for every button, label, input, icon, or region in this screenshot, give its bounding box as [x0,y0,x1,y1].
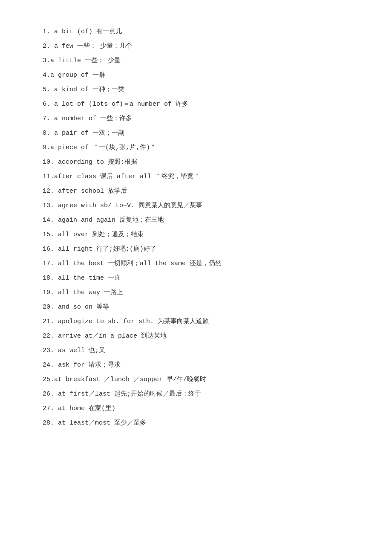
list-item: 14. again and again 反复地；在三地 [43,214,358,227]
list-item: 7. a number of 一些；许多 [43,113,358,125]
list-item: 12. after school 放学后 [43,185,358,198]
list-item: 24. ask for 请求；寻求 [43,359,358,372]
list-item: 21. apologize to sb. for sth. 为某事向某人道歉 [43,315,358,328]
list-item: 27. at home 在家(里) [43,402,358,415]
list-item: 15. all over 到处；遍及；结束 [43,228,358,241]
list-item: 13. agree with sb/ to+V. 同意某人的意见／某事 [43,199,358,212]
list-item: 17. all the best 一切顺利；all the same 还是，仍然 [43,257,358,270]
list-item: 9.a piece of ＂一(块,张,片,件)＂ [43,142,358,154]
list-item: 25.at breakfast ／lunch ／supper 早/午/晚餐时 [43,373,358,386]
list-item: 5. a kind of 一种；一类 [43,84,358,96]
list-item: 6. a lot of (lots of)＝a number of 许多 [43,98,358,111]
list-item: 23. as well 也;又 [43,344,358,357]
list-item: 8. a pair of 一双；一副 [43,127,358,140]
list-item: 19. all the way 一路上 [43,286,358,299]
list-item: 20. and so on 等等 [43,301,358,314]
list-item: 1. a bit (of) 有一点儿 [43,26,358,38]
list-item: 4.a group of 一群 [43,69,358,82]
list-item: 10. according to 按照;根据 [43,156,358,169]
list-item: 16. all right 行了;好吧;(病)好了 [43,243,358,256]
phrase-list: 1. a bit (of) 有一点儿2. a few 一些； 少量；几个3.a … [43,26,358,430]
list-item: 11.after class 课后 after all ＂终究，毕竟＂ [43,171,358,183]
list-item: 18. all the time 一直 [43,272,358,285]
list-item: 28. at least／most 至少／至多 [43,417,358,430]
list-item: 2. a few 一些； 少量；几个 [43,40,358,53]
list-item: 26. at first／last 起先;开始的时候／最后；终于 [43,388,358,401]
list-item: 3.a little 一些； 少量 [43,55,358,67]
list-item: 22. arrive at／in a place 到达某地 [43,330,358,343]
